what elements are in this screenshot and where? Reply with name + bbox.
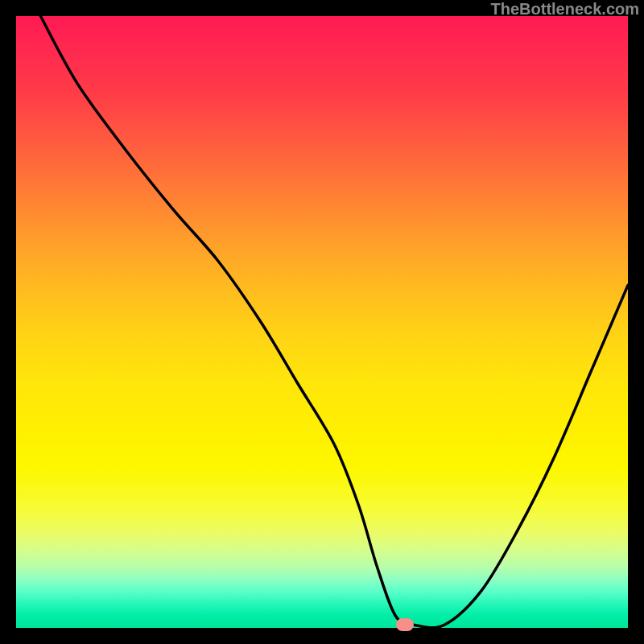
plot-area	[16, 16, 628, 628]
bottleneck-chart: TheBottleneck.com	[0, 0, 644, 644]
optimal-point-marker	[396, 618, 414, 631]
bottleneck-curve-path	[40, 16, 628, 628]
curve-svg	[16, 16, 628, 628]
